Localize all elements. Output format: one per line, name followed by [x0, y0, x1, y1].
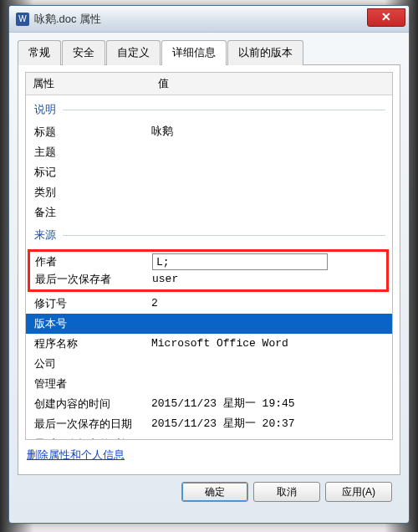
doc-icon: W [16, 13, 29, 26]
row-company[interactable]: 公司 [26, 354, 392, 374]
property-list: 属性 值 说明 标题 咏鹅 主题 标记 [25, 72, 393, 440]
label-program: 程序名称 [34, 335, 151, 352]
link-row: 删除属性和个人信息 [25, 440, 393, 463]
header-property[interactable]: 属性 [26, 73, 151, 95]
value-revision: 2 [151, 295, 384, 312]
value-title: 咏鹅 [151, 124, 384, 141]
content-area: 常规 安全 自定义 详细信息 以前的版本 属性 值 说明 标题 咏鹅 [9, 33, 409, 509]
tab-general[interactable]: 常规 [18, 40, 61, 65]
label-company: 公司 [34, 356, 151, 372]
value-program: Microsoft Office Word [151, 335, 384, 352]
highlight-box: 作者 最后一次保存者 user [28, 249, 389, 292]
cancel-button[interactable]: 取消 [253, 482, 320, 502]
label-manager: 管理者 [34, 376, 151, 392]
row-printdate[interactable]: 最后一次打印的时间 [26, 434, 392, 441]
properties-dialog: W 咏鹅.doc 属性 ✕ 常规 安全 自定义 详细信息 以前的版本 属性 值 … [8, 5, 410, 524]
row-subject[interactable]: 主题 [26, 142, 392, 162]
row-lastsaved[interactable]: 最后一次保存者 user [35, 271, 381, 288]
row-comments[interactable]: 备注 [26, 202, 392, 223]
row-revision[interactable]: 修订号 2 [26, 294, 392, 314]
tab-strip: 常规 安全 自定义 详细信息 以前的版本 [18, 39, 400, 65]
section-description: 说明 [26, 97, 392, 122]
row-manager[interactable]: 管理者 [26, 374, 392, 394]
label-version: 版本号 [34, 315, 151, 332]
row-created[interactable]: 创建内容的时间 2015/11/23 星期一 19:45 [26, 394, 392, 414]
value-savedate: 2015/11/23 星期一 20:37 [151, 416, 384, 432]
author-input[interactable] [152, 253, 328, 270]
row-tags[interactable]: 标记 [26, 162, 392, 182]
label-tags: 标记 [34, 164, 151, 181]
label-author: 作者 [35, 253, 152, 271]
row-version[interactable]: 版本号 [26, 314, 392, 334]
row-author[interactable]: 作者 [35, 253, 381, 271]
remove-properties-link[interactable]: 删除属性和个人信息 [27, 448, 125, 461]
window-title: 咏鹅.doc 属性 [34, 12, 367, 27]
ok-button[interactable]: 确定 [181, 482, 248, 502]
label-savedate: 最后一次保存的日期 [34, 416, 151, 432]
titlebar: W 咏鹅.doc 属性 ✕ [9, 6, 409, 33]
tab-security[interactable]: 安全 [62, 40, 105, 65]
section-origin: 来源 [26, 223, 392, 248]
label-lastsaved: 最后一次保存者 [35, 271, 152, 288]
close-button[interactable]: ✕ [367, 8, 405, 27]
label-comments: 备注 [34, 204, 151, 221]
label-category: 类别 [34, 184, 151, 201]
tab-previous[interactable]: 以前的版本 [227, 40, 303, 65]
details-panel: 属性 值 说明 标题 咏鹅 主题 标记 [18, 65, 400, 475]
row-savedate[interactable]: 最后一次保存的日期 2015/11/23 星期一 20:37 [26, 414, 392, 434]
value-lastsaved: user [152, 271, 381, 288]
label-created: 创建内容的时间 [34, 396, 151, 412]
row-program[interactable]: 程序名称 Microsoft Office Word [26, 334, 392, 354]
label-title: 标题 [34, 124, 151, 141]
label-revision: 修订号 [34, 295, 151, 312]
label-subject: 主题 [34, 144, 151, 161]
button-bar: 确定 取消 应用(A) [18, 475, 400, 502]
list-header: 属性 值 [26, 73, 392, 95]
tab-details[interactable]: 详细信息 [161, 40, 227, 65]
row-title[interactable]: 标题 咏鹅 [26, 122, 392, 142]
value-created: 2015/11/23 星期一 19:45 [151, 396, 384, 412]
apply-button[interactable]: 应用(A) [325, 482, 392, 502]
row-category[interactable]: 类别 [26, 182, 392, 202]
header-value[interactable]: 值 [151, 73, 392, 95]
tab-custom[interactable]: 自定义 [106, 40, 161, 65]
